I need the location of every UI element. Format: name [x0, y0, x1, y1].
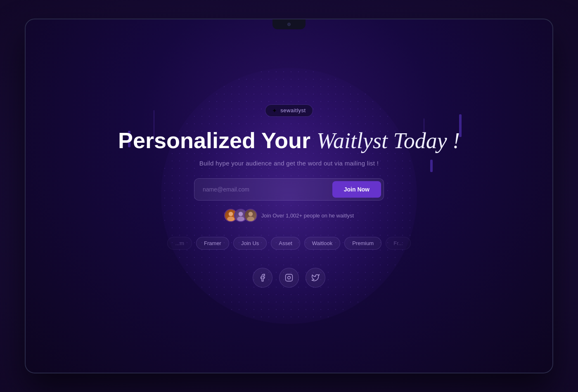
- social-proof: Join Over 1,002+ people on he waitlyst: [224, 209, 354, 222]
- svg-point-1: [227, 217, 235, 222]
- email-form: Join Now: [194, 178, 384, 201]
- heading-part2: Waitlyst Today !: [317, 128, 460, 153]
- heading-part1: Personalized Your: [118, 128, 317, 153]
- twitter-icon: [311, 274, 320, 282]
- badge-text: sewaitlyst: [280, 107, 306, 113]
- camera-dot: [287, 23, 291, 26]
- main-content: ✦ sewaitlyst Personalized Your Waitlyst …: [118, 104, 460, 288]
- svg-point-4: [249, 212, 253, 216]
- main-heading: Personalized Your Waitlyst Today !: [118, 128, 460, 153]
- avatar-group: [224, 209, 257, 222]
- screen: ✦ sewaitlyst Personalized Your Waitlyst …: [26, 19, 552, 373]
- tag-join-us[interactable]: Join Us: [233, 237, 267, 250]
- subtitle: Build hype your audience and get the wor…: [199, 160, 379, 167]
- svg-rect-6: [286, 274, 293, 281]
- facebook-icon: [258, 274, 267, 282]
- social-icons: [253, 268, 325, 288]
- svg-point-0: [229, 212, 233, 216]
- tags-row: ...m Framer Join Us Asset Waitlook Premi…: [167, 237, 410, 250]
- laptop-shell: ✦ sewaitlyst Personalized Your Waitlyst …: [25, 19, 553, 373]
- email-input[interactable]: [203, 183, 332, 196]
- svg-point-3: [237, 217, 244, 222]
- tag-framer[interactable]: Framer: [196, 237, 229, 250]
- tag-partial-left[interactable]: ...m: [167, 237, 192, 250]
- social-proof-text: Join Over 1,002+ people on he waitlyst: [261, 213, 354, 219]
- facebook-button[interactable]: [253, 268, 272, 288]
- tag-premium[interactable]: Premium: [344, 237, 381, 250]
- avatar-3: [244, 209, 257, 222]
- svg-point-2: [239, 212, 243, 216]
- join-now-button[interactable]: Join Now: [332, 181, 381, 198]
- twitter-button[interactable]: [306, 268, 325, 288]
- brand-badge: ✦ sewaitlyst: [265, 104, 313, 117]
- tag-partial-right[interactable]: Fr...: [386, 237, 410, 250]
- tag-asset[interactable]: Asset: [271, 237, 300, 250]
- instagram-button[interactable]: [279, 268, 299, 288]
- camera-notch: [272, 19, 306, 29]
- svg-point-5: [247, 217, 254, 222]
- badge-icon: ✦: [272, 107, 277, 114]
- instagram-icon: [285, 274, 293, 282]
- tag-waitlook[interactable]: Waitlook: [304, 237, 340, 250]
